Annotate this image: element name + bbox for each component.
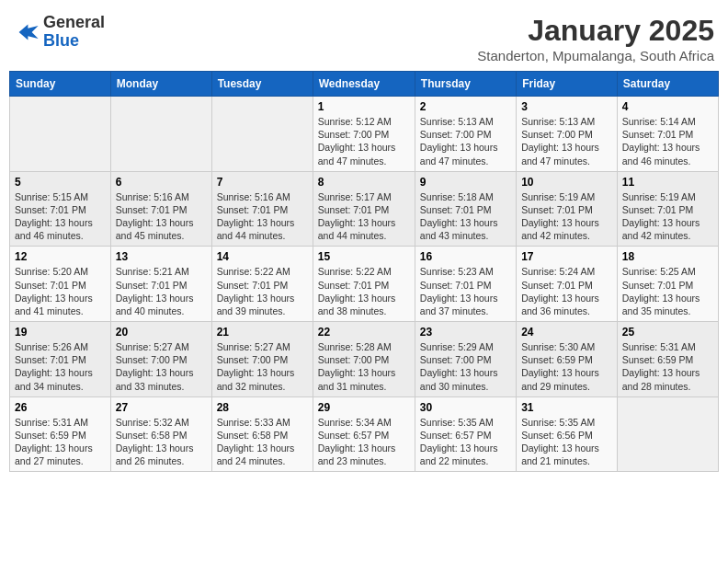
day-number: 16 xyxy=(420,250,511,263)
day-info: Sunrise: 5:33 AM Sunset: 6:58 PM Dayligh… xyxy=(217,416,308,468)
svg-marker-1 xyxy=(19,24,39,40)
day-info: Sunrise: 5:34 AM Sunset: 6:57 PM Dayligh… xyxy=(318,416,410,468)
calendar-table: SundayMondayTuesdayWednesdayThursdayFrid… xyxy=(9,71,719,472)
day-info: Sunrise: 5:13 AM Sunset: 7:00 PM Dayligh… xyxy=(420,115,511,167)
calendar-cell: 9Sunrise: 5:18 AM Sunset: 7:01 PM Daylig… xyxy=(415,171,516,247)
calendar-cell: 15Sunrise: 5:22 AM Sunset: 7:01 PM Dayli… xyxy=(313,247,415,322)
calendar-cell: 23Sunrise: 5:29 AM Sunset: 7:00 PM Dayli… xyxy=(415,322,516,397)
logo-general: General xyxy=(43,13,105,31)
day-info: Sunrise: 5:27 AM Sunset: 7:00 PM Dayligh… xyxy=(217,340,308,393)
calendar-cell: 18Sunrise: 5:25 AM Sunset: 7:01 PM Dayli… xyxy=(617,247,718,322)
day-number: 9 xyxy=(420,176,511,189)
title-block: January 2025 Standerton, Mpumalanga, Sou… xyxy=(477,14,714,63)
day-info: Sunrise: 5:26 AM Sunset: 7:01 PM Dayligh… xyxy=(15,340,106,393)
day-number: 5 xyxy=(15,176,106,189)
day-number: 24 xyxy=(521,326,612,339)
day-number: 14 xyxy=(217,250,308,263)
day-info: Sunrise: 5:30 AM Sunset: 6:59 PM Dayligh… xyxy=(521,340,612,393)
day-number: 18 xyxy=(622,250,713,263)
day-number: 7 xyxy=(217,176,308,189)
day-info: Sunrise: 5:29 AM Sunset: 7:00 PM Dayligh… xyxy=(420,340,511,393)
calendar-cell: 10Sunrise: 5:19 AM Sunset: 7:01 PM Dayli… xyxy=(517,171,618,247)
day-number: 27 xyxy=(116,401,207,414)
logo-blue: Blue xyxy=(43,31,79,50)
day-info: Sunrise: 5:23 AM Sunset: 7:01 PM Dayligh… xyxy=(420,265,511,317)
logo-text: General Blue xyxy=(43,14,105,51)
calendar-cell: 4Sunrise: 5:14 AM Sunset: 7:01 PM Daylig… xyxy=(617,97,718,172)
day-number: 25 xyxy=(622,326,713,339)
day-info: Sunrise: 5:25 AM Sunset: 7:01 PM Dayligh… xyxy=(622,265,713,317)
calendar-cell: 27Sunrise: 5:32 AM Sunset: 6:58 PM Dayli… xyxy=(110,396,211,472)
day-number: 17 xyxy=(521,250,612,263)
day-number: 8 xyxy=(318,176,410,189)
day-info: Sunrise: 5:16 AM Sunset: 7:01 PM Dayligh… xyxy=(116,190,207,243)
calendar-week-4: 19Sunrise: 5:26 AM Sunset: 7:01 PM Dayli… xyxy=(10,322,719,397)
calendar-cell xyxy=(110,97,211,172)
calendar-cell: 7Sunrise: 5:16 AM Sunset: 7:01 PM Daylig… xyxy=(211,171,313,247)
calendar-cell: 19Sunrise: 5:26 AM Sunset: 7:01 PM Dayli… xyxy=(10,322,111,397)
calendar-week-5: 26Sunrise: 5:31 AM Sunset: 6:59 PM Dayli… xyxy=(10,396,719,472)
day-number: 13 xyxy=(116,250,207,263)
day-info: Sunrise: 5:19 AM Sunset: 7:01 PM Dayligh… xyxy=(622,190,713,243)
day-number: 22 xyxy=(318,326,410,339)
day-number: 12 xyxy=(15,250,106,263)
calendar-cell: 21Sunrise: 5:27 AM Sunset: 7:00 PM Dayli… xyxy=(211,322,313,397)
day-info: Sunrise: 5:21 AM Sunset: 7:01 PM Dayligh… xyxy=(116,265,207,317)
weekday-header-monday: Monday xyxy=(110,72,211,97)
day-info: Sunrise: 5:28 AM Sunset: 7:00 PM Dayligh… xyxy=(318,340,410,393)
day-number: 15 xyxy=(318,250,410,263)
day-info: Sunrise: 5:20 AM Sunset: 7:01 PM Dayligh… xyxy=(15,265,106,317)
day-info: Sunrise: 5:13 AM Sunset: 7:00 PM Dayligh… xyxy=(521,115,612,167)
calendar-cell: 2Sunrise: 5:13 AM Sunset: 7:00 PM Daylig… xyxy=(415,97,516,172)
day-number: 20 xyxy=(116,326,207,339)
calendar-cell: 26Sunrise: 5:31 AM Sunset: 6:59 PM Dayli… xyxy=(10,396,111,472)
weekday-header-saturday: Saturday xyxy=(617,72,718,97)
calendar-cell: 12Sunrise: 5:20 AM Sunset: 7:01 PM Dayli… xyxy=(10,247,111,322)
day-info: Sunrise: 5:24 AM Sunset: 7:01 PM Dayligh… xyxy=(521,265,612,317)
day-info: Sunrise: 5:35 AM Sunset: 6:57 PM Dayligh… xyxy=(420,416,511,468)
logo: General Blue xyxy=(14,14,105,51)
day-number: 31 xyxy=(521,401,612,414)
weekday-header-sunday: Sunday xyxy=(10,72,111,97)
day-number: 30 xyxy=(420,401,511,414)
day-info: Sunrise: 5:12 AM Sunset: 7:00 PM Dayligh… xyxy=(318,115,410,167)
weekday-header-thursday: Thursday xyxy=(415,72,516,97)
day-info: Sunrise: 5:22 AM Sunset: 7:01 PM Dayligh… xyxy=(318,265,410,317)
calendar-cell: 29Sunrise: 5:34 AM Sunset: 6:57 PM Dayli… xyxy=(313,396,415,472)
day-info: Sunrise: 5:17 AM Sunset: 7:01 PM Dayligh… xyxy=(318,190,410,243)
weekday-header-row: SundayMondayTuesdayWednesdayThursdayFrid… xyxy=(10,72,719,97)
calendar-cell: 28Sunrise: 5:33 AM Sunset: 6:58 PM Dayli… xyxy=(211,396,313,472)
weekday-header-friday: Friday xyxy=(517,72,618,97)
day-number: 26 xyxy=(15,401,106,414)
calendar-cell: 8Sunrise: 5:17 AM Sunset: 7:01 PM Daylig… xyxy=(313,171,415,247)
day-number: 1 xyxy=(318,100,410,113)
day-info: Sunrise: 5:31 AM Sunset: 6:59 PM Dayligh… xyxy=(622,340,713,393)
calendar-cell: 6Sunrise: 5:16 AM Sunset: 7:01 PM Daylig… xyxy=(110,171,211,247)
calendar-week-2: 5Sunrise: 5:15 AM Sunset: 7:01 PM Daylig… xyxy=(10,171,719,247)
month-title: January 2025 xyxy=(477,14,714,48)
weekday-header-wednesday: Wednesday xyxy=(313,72,415,97)
calendar-cell: 25Sunrise: 5:31 AM Sunset: 6:59 PM Dayli… xyxy=(617,322,718,397)
day-number: 6 xyxy=(116,176,207,189)
day-number: 19 xyxy=(15,326,106,339)
calendar-cell: 11Sunrise: 5:19 AM Sunset: 7:01 PM Dayli… xyxy=(617,171,718,247)
day-info: Sunrise: 5:18 AM Sunset: 7:01 PM Dayligh… xyxy=(420,190,511,243)
day-number: 3 xyxy=(521,100,612,113)
day-number: 21 xyxy=(217,326,308,339)
day-info: Sunrise: 5:35 AM Sunset: 6:56 PM Dayligh… xyxy=(521,416,612,468)
calendar-cell: 14Sunrise: 5:22 AM Sunset: 7:01 PM Dayli… xyxy=(211,247,313,322)
page-header: General Blue January 2025 Standerton, Mp… xyxy=(9,9,719,63)
calendar-cell: 20Sunrise: 5:27 AM Sunset: 7:00 PM Dayli… xyxy=(110,322,211,397)
day-number: 2 xyxy=(420,100,511,113)
calendar-cell: 16Sunrise: 5:23 AM Sunset: 7:01 PM Dayli… xyxy=(415,247,516,322)
calendar-cell: 24Sunrise: 5:30 AM Sunset: 6:59 PM Dayli… xyxy=(517,322,618,397)
calendar-cell: 30Sunrise: 5:35 AM Sunset: 6:57 PM Dayli… xyxy=(415,396,516,472)
day-info: Sunrise: 5:16 AM Sunset: 7:01 PM Dayligh… xyxy=(217,190,308,243)
day-number: 29 xyxy=(318,401,410,414)
location-subtitle: Standerton, Mpumalanga, South Africa xyxy=(477,48,714,63)
day-number: 28 xyxy=(217,401,308,414)
calendar-cell: 5Sunrise: 5:15 AM Sunset: 7:01 PM Daylig… xyxy=(10,171,111,247)
day-info: Sunrise: 5:32 AM Sunset: 6:58 PM Dayligh… xyxy=(116,416,207,468)
day-info: Sunrise: 5:27 AM Sunset: 7:00 PM Dayligh… xyxy=(116,340,207,393)
calendar-week-3: 12Sunrise: 5:20 AM Sunset: 7:01 PM Dayli… xyxy=(10,247,719,322)
